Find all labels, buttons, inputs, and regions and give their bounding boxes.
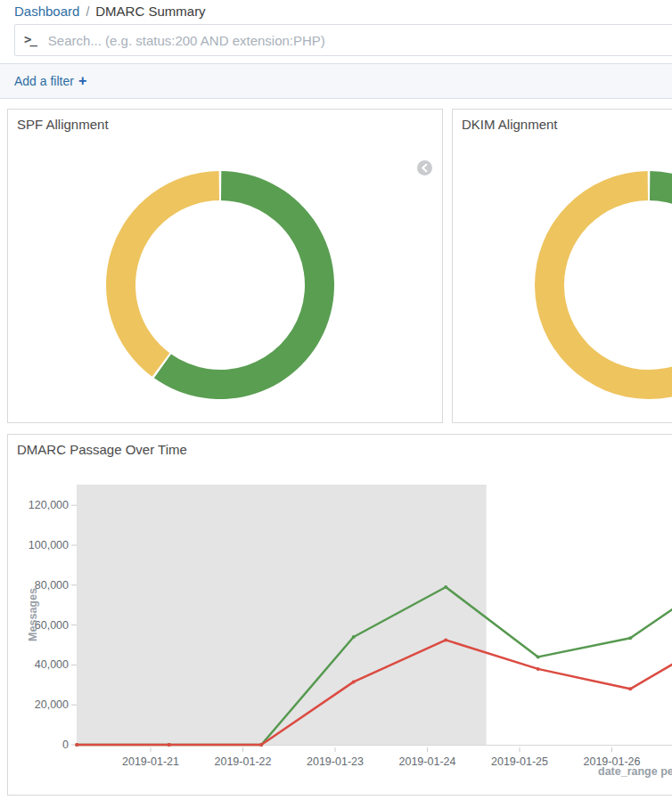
add-filter-plus-icon[interactable]: + (78, 73, 86, 89)
y-axis-title: Messages (27, 588, 39, 641)
data-point-green-line[interactable] (444, 585, 447, 589)
search-input[interactable] (43, 33, 672, 48)
dkim-donut-chart[interactable] (453, 110, 672, 422)
y-tick-label: 80,000 (35, 579, 69, 592)
y-tick-label: 60,000 (35, 619, 69, 632)
divider-below-filter-bar (0, 98, 672, 99)
panel-dkim-alignment: DKIM Alignment (452, 109, 672, 423)
x-tick-label: 2019-01-21 (122, 755, 179, 768)
data-point-red-line[interactable] (628, 687, 632, 690)
y-tick-label: 100,000 (29, 539, 69, 551)
y-tick-label: 120,000 (29, 499, 69, 511)
query-prompt-icon: >_ (15, 32, 43, 48)
data-point-red-line[interactable] (537, 667, 540, 671)
breadcrumb-current: DMARC Summary (95, 4, 205, 19)
y-tick-label: 0 (62, 739, 69, 751)
breadcrumb-dashboard-link[interactable]: Dashboard (14, 4, 79, 19)
data-point-red-line[interactable] (352, 680, 356, 683)
y-tick-label: 20,000 (35, 698, 69, 711)
y-tick-label: 40,000 (35, 658, 69, 671)
breadcrumb-separator: / (86, 4, 89, 19)
x-tick-label: 2019-01-24 (399, 755, 456, 768)
dmarc-passage-line-chart[interactable]: 020,00040,00060,00080,000100,000120,0002… (8, 435, 672, 795)
donut-slice-yellow-segment[interactable] (535, 171, 672, 399)
donut-slice-yellow-segment[interactable] (106, 171, 219, 377)
search-bar: >_ (14, 24, 672, 56)
dashboard-page: Dashboard/DMARC Summary >_ Add a filter … (0, 0, 672, 800)
x-axis-title: date_range per day (598, 765, 672, 778)
data-point-red-line[interactable] (75, 743, 78, 747)
breadcrumb: Dashboard/DMARC Summary (14, 4, 206, 19)
data-point-red-line[interactable] (168, 743, 171, 747)
x-tick-label: 2019-01-23 (307, 755, 364, 768)
filter-bar: Add a filter + (0, 64, 672, 98)
x-tick-label: 2019-01-25 (491, 755, 548, 768)
legend-toggle-icon[interactable] (417, 160, 432, 176)
spf-donut-chart[interactable] (8, 110, 442, 422)
data-point-red-line[interactable] (444, 638, 447, 641)
data-point-green-line[interactable] (352, 635, 356, 639)
data-point-green-line[interactable] (537, 655, 540, 658)
data-point-red-line[interactable] (259, 743, 263, 747)
time-selection-region[interactable] (77, 485, 487, 745)
x-tick-label: 2019-01-22 (215, 755, 272, 768)
data-point-green-line[interactable] (628, 636, 632, 640)
panel-spf-alignment: SPF Allignment (7, 109, 443, 423)
donut-slice-green-segment[interactable] (650, 171, 672, 284)
panel-dmarc-passage: DMARC Passage Over Time 020,00040,00060,… (7, 434, 672, 796)
add-filter-link[interactable]: Add a filter (14, 74, 74, 88)
